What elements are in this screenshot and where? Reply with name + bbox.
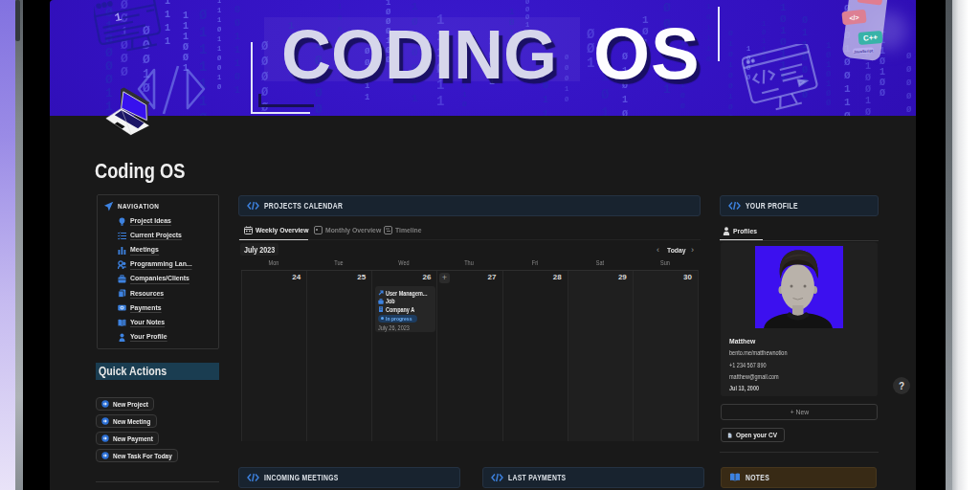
svg-text:1: 1 <box>114 11 123 25</box>
